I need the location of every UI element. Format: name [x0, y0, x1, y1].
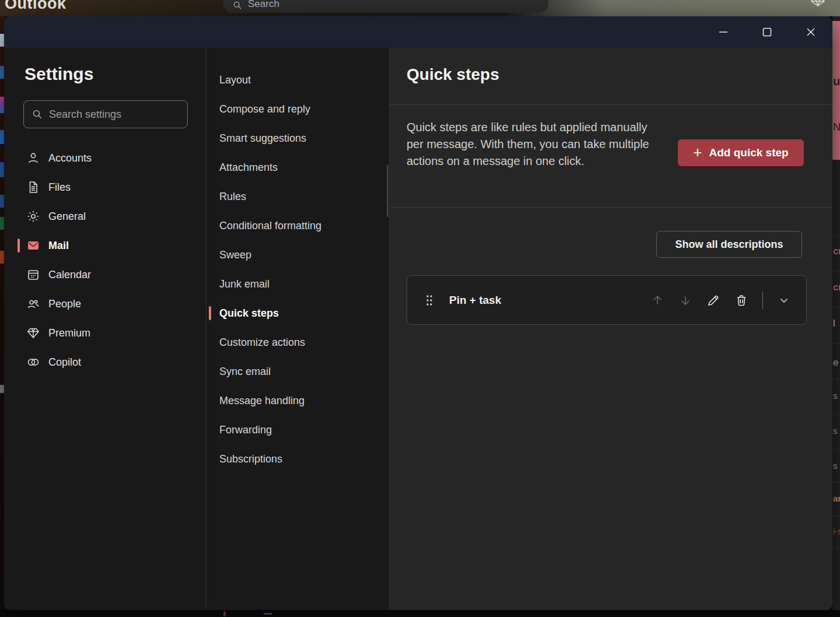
- outlook-wordmark: Outlook: [5, 0, 66, 13]
- chevron-down-icon[interactable]: [772, 289, 796, 312]
- nav-item-layout[interactable]: Layout: [206, 65, 389, 94]
- sidebar-item-files[interactable]: Files: [4, 173, 206, 202]
- nav-item-rules[interactable]: Rules: [206, 182, 389, 211]
- close-button[interactable]: [789, 16, 832, 48]
- nav-item-compose-and-reply[interactable]: Compose and reply: [206, 94, 389, 124]
- nav-item-label: Smart suggestions: [219, 132, 306, 145]
- nav-item-sweep[interactable]: Sweep: [206, 240, 389, 269]
- settings-search-input[interactable]: [49, 108, 177, 121]
- global-search-bar[interactable]: Search: [223, 0, 548, 13]
- edge-text: u: [833, 75, 840, 88]
- edge-text: i-s: [833, 526, 840, 536]
- show-all-descriptions-button[interactable]: Show all descriptions: [656, 231, 802, 258]
- nav-item-label: Forwarding: [219, 424, 272, 436]
- nav-item-label: Sync email: [219, 366, 271, 378]
- edge-text: s: [833, 426, 838, 436]
- divider: [390, 104, 832, 105]
- delete-icon[interactable]: [730, 289, 753, 312]
- quick-steps-description: Quick steps are like rules but applied m…: [407, 119, 652, 170]
- search-icon: [32, 109, 43, 120]
- settings-dialog: Settings Accounts: [4, 16, 832, 610]
- file-icon: [26, 180, 41, 194]
- background-topbar: Outlook Search: [0, 0, 840, 16]
- move-down-button[interactable]: [674, 289, 697, 312]
- settings-heading: Settings: [24, 64, 93, 84]
- nav-item-customize-actions[interactable]: Customize actions: [206, 328, 389, 357]
- add-quick-step-label: Add quick step: [709, 146, 789, 159]
- sidebar-item-label: General: [48, 211, 86, 223]
- quick-step-item: Pin + task: [407, 275, 807, 325]
- sidebar-item-people[interactable]: People: [4, 289, 206, 318]
- dialog-titlebar: [4, 16, 832, 48]
- edge-marker: [264, 613, 272, 615]
- edit-icon[interactable]: [702, 289, 725, 312]
- nav-item-label: Sweep: [219, 249, 251, 261]
- nav-item-label: Message handling: [219, 395, 304, 407]
- copilot-icon: [26, 355, 41, 369]
- search-icon: [233, 1, 242, 10]
- sidebar-item-premium[interactable]: Premium: [4, 318, 206, 348]
- settings-sidebar: Settings Accounts: [4, 48, 206, 610]
- edge-text: s: [833, 461, 838, 471]
- premium-diamond-icon: [811, 0, 825, 6]
- show-all-descriptions-label: Show all descriptions: [675, 239, 783, 250]
- sidebar-item-label: People: [48, 298, 81, 310]
- drag-handle-icon[interactable]: [421, 292, 438, 308]
- mail-icon: [26, 239, 41, 253]
- sidebar-item-label: Calendar: [48, 269, 91, 281]
- nav-item-label: Quick steps: [219, 307, 279, 320]
- person-icon: [26, 151, 41, 165]
- nav-item-label: Compose and reply: [219, 103, 310, 115]
- sidebar-item-label: Accounts: [48, 152, 92, 164]
- background-bottom-edge: [0, 610, 840, 617]
- edge-text: cr: [833, 282, 840, 293]
- edge-text: s: [833, 391, 838, 401]
- nav-item-subscriptions[interactable]: Subscriptions: [206, 444, 389, 474]
- settings-category-nav: Accounts Files General: [4, 143, 206, 377]
- edge-text: cr: [833, 246, 840, 257]
- add-quick-step-button[interactable]: + Add quick step: [678, 139, 804, 166]
- scrollbar-thumb[interactable]: [387, 164, 388, 217]
- edge-marker: [223, 611, 226, 616]
- sidebar-item-label: Mail: [48, 240, 69, 252]
- edge-text: N: [833, 121, 840, 134]
- settings-search-box[interactable]: [23, 100, 188, 128]
- nav-item-quick-steps[interactable]: Quick steps: [206, 299, 389, 328]
- nav-item-message-handling[interactable]: Message handling: [206, 386, 389, 415]
- selection-pill: [18, 239, 20, 253]
- nav-item-label: Customize actions: [219, 336, 305, 349]
- minimize-button[interactable]: [701, 16, 745, 48]
- nav-item-smart-suggestions[interactable]: Smart suggestions: [206, 124, 389, 153]
- sidebar-item-accounts[interactable]: Accounts: [4, 143, 206, 173]
- nav-item-attachments[interactable]: Attachments: [206, 153, 389, 182]
- sidebar-item-label: Files: [48, 181, 71, 194]
- sidebar-item-label: Premium: [48, 327, 90, 339]
- maximize-button[interactable]: [745, 16, 789, 48]
- background-message-list-edge: u N cr cr l e s s s ar i-s: [832, 16, 840, 617]
- edge-text: ar: [833, 493, 840, 503]
- nav-item-label: Subscriptions: [219, 453, 282, 465]
- move-up-button[interactable]: [646, 289, 669, 312]
- sidebar-item-calendar[interactable]: Calendar: [4, 260, 206, 289]
- diamond-icon: [26, 326, 41, 340]
- sidebar-item-label: Copilot: [48, 356, 81, 369]
- sidebar-item-mail[interactable]: Mail: [4, 231, 206, 260]
- mail-settings-nav: Layout Compose and reply Smart suggestio…: [206, 48, 390, 610]
- divider: [390, 207, 832, 208]
- divider: [762, 292, 763, 309]
- nav-item-label: Attachments: [219, 162, 278, 174]
- calendar-icon: [26, 268, 41, 282]
- nav-item-conditional-formatting[interactable]: Conditional formatting: [206, 211, 389, 240]
- people-icon: [26, 297, 41, 311]
- nav-item-sync-email[interactable]: Sync email: [206, 357, 389, 386]
- nav-item-forwarding[interactable]: Forwarding: [206, 415, 389, 444]
- edge-text: e: [833, 357, 838, 369]
- sidebar-item-general[interactable]: General: [4, 202, 206, 231]
- sidebar-item-copilot[interactable]: Copilot: [4, 348, 206, 377]
- background-reading-pane-edge: [832, 21, 840, 160]
- plus-icon: +: [693, 145, 702, 160]
- nav-item-label: Layout: [219, 74, 251, 86]
- nav-item-junk-email[interactable]: Junk email: [206, 269, 389, 299]
- global-search-placeholder: Search: [248, 0, 279, 10]
- nav-item-label: Junk email: [219, 278, 270, 290]
